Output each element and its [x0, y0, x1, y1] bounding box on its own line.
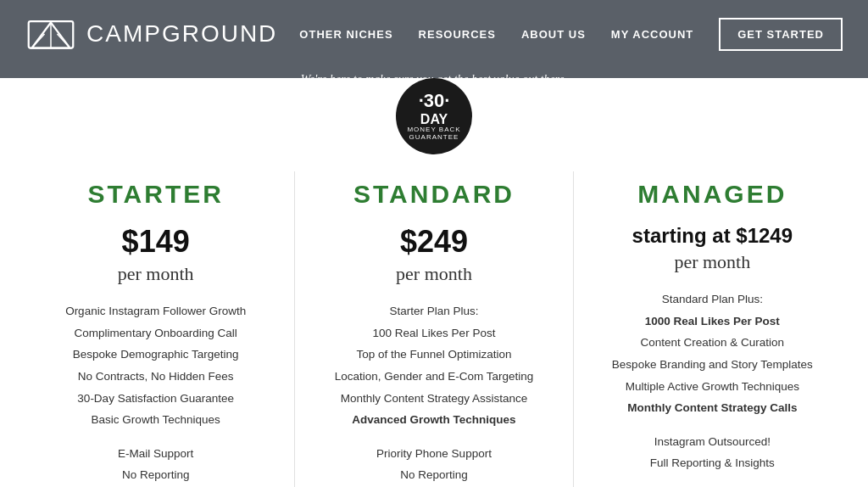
starter-support-list: E-Mail Support No Reporting [42, 443, 269, 486]
standard-plan-name: STANDARD [320, 180, 547, 209]
standard-feature-1: Starter Plan Plus: [320, 300, 547, 322]
standard-support-2: No Reporting [320, 464, 547, 486]
money-back-badge: ·30· DAY MONEY BACK GUARANTEE [396, 78, 472, 154]
starter-plan-period: per month [42, 263, 269, 285]
starter-features-list: Organic Instagram Follower Growth Compli… [42, 300, 269, 431]
badge-container: ·30· DAY MONEY BACK GUARANTEE [17, 78, 851, 154]
nav-other-niches[interactable]: OTHER NICHES [299, 28, 392, 41]
standard-plan-price: $249 [320, 224, 547, 260]
starter-feature-4: No Contracts, No Hidden Fees [42, 366, 269, 388]
logo-area: Campground [25, 13, 277, 55]
main-content: ·30· DAY MONEY BACK GUARANTEE STARTER $1… [0, 78, 868, 487]
main-nav: OTHER NICHES RESOURCES ABOUT US MY ACCOU… [299, 18, 843, 51]
managed-support-1: Instagram Outsourced! [599, 431, 826, 453]
managed-feature-1: Standard Plan Plus: [599, 288, 826, 311]
managed-feature-2: 1000 Real Likes Per Post [599, 311, 826, 333]
starter-feature-3: Bespoke Demographic Targeting [42, 344, 269, 366]
managed-feature-3: Content Creation & Curation [599, 332, 826, 354]
starter-support-2: No Reporting [42, 464, 269, 486]
starter-feature-5: 30-Day Satisfaction Guarantee [42, 388, 269, 410]
standard-feature-3: Top of the Funnel Optimization [320, 344, 547, 366]
badge-number: ·30· [419, 91, 450, 111]
badge-day: DAY [420, 112, 448, 127]
standard-plan: STANDARD $249 per month Starter Plan Plu… [295, 171, 573, 487]
managed-support-list: Instagram Outsourced! Full Reporting & I… [599, 431, 826, 474]
standard-feature-4: Location, Gender and E-Com Targeting [320, 366, 547, 388]
starter-plan-name: STARTER [42, 180, 269, 209]
svg-line-3 [32, 34, 45, 48]
nav-resources[interactable]: RESOURCES [419, 28, 496, 41]
starter-feature-6: Basic Growth Techniques [42, 409, 269, 431]
site-header: Campground OTHER NICHES RESOURCES ABOUT … [0, 0, 868, 68]
standard-support-list: Priority Phone Support No Reporting [320, 443, 547, 486]
starter-plan-price: $149 [42, 224, 269, 260]
standard-feature-5: Monthly Content Strategy Assistance [320, 388, 547, 410]
badge-line2: GUARANTEE [409, 134, 459, 142]
pricing-grid: STARTER $149 per month Organic Instagram… [17, 171, 851, 487]
managed-feature-4: Bespoke Branding and Story Templates [599, 354, 826, 376]
standard-plan-period: per month [320, 263, 547, 285]
logo-text: Campground [86, 20, 277, 48]
get-started-button[interactable]: GET STARTED [719, 18, 843, 51]
standard-support-1: Priority Phone Support [320, 443, 547, 465]
standard-features-list: Starter Plan Plus: 100 Real Likes Per Po… [320, 300, 547, 431]
nav-my-account[interactable]: MY ACCOUNT [611, 28, 693, 41]
starter-feature-1: Organic Instagram Follower Growth [42, 300, 269, 322]
starter-plan: STARTER $149 per month Organic Instagram… [17, 171, 295, 487]
managed-plan: MANAGED starting at $1249 per month Stan… [574, 171, 851, 487]
managed-plan-price: starting at $1249 [599, 224, 826, 248]
managed-support-2: Full Reporting & Insights [599, 452, 826, 474]
tent-icon [25, 13, 76, 55]
nav-about-us[interactable]: ABOUT US [521, 28, 586, 41]
svg-line-4 [58, 34, 70, 48]
managed-plan-name: MANAGED [599, 180, 826, 209]
managed-features-list: Standard Plan Plus: 1000 Real Likes Per … [599, 288, 826, 419]
standard-feature-6: Advanced Growth Techniques [320, 409, 547, 431]
starter-support-1: E-Mail Support [42, 443, 269, 465]
managed-feature-5: Multiple Active Growth Techniques [599, 376, 826, 398]
starter-feature-2: Complimentary Onboarding Call [42, 322, 269, 344]
managed-feature-6: Monthly Content Strategy Calls [599, 397, 826, 419]
standard-feature-2: 100 Real Likes Per Post [320, 322, 547, 344]
managed-plan-period: per month [599, 251, 826, 273]
